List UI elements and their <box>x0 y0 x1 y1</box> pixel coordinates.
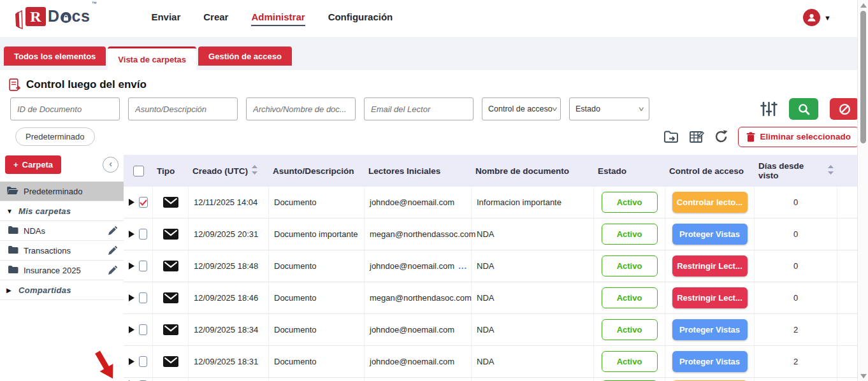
created-cell: 12/09/2025 18:31 <box>189 346 269 377</box>
move-to-folder-button[interactable] <box>663 130 679 144</box>
add-folder-button[interactable]: + Carpeta <box>5 155 61 174</box>
folder-icon <box>8 265 18 274</box>
caret-right-icon: ▶ <box>6 287 13 294</box>
user-avatar-icon <box>803 9 820 26</box>
filler-cell <box>837 378 857 381</box>
sort-icon[interactable] <box>252 165 257 175</box>
readers-cell: johndoe@noemail.com... <box>365 250 472 282</box>
tab-vista-de-carpetas[interactable]: Vista de carpetas <box>108 47 196 70</box>
clear-filters-button[interactable] <box>830 98 859 120</box>
collapse-sidebar-button[interactable]: ‹ <box>103 157 119 173</box>
row-expander[interactable] <box>129 231 134 238</box>
access-control-select[interactable]: Control de acceso ˅ <box>482 97 561 120</box>
caret-down-icon: ▼ <box>6 208 13 215</box>
row-checkbox[interactable] <box>139 356 147 367</box>
status-button[interactable]: Activo <box>602 224 658 245</box>
scroll-down-arrow-icon[interactable] <box>860 374 867 378</box>
status-button[interactable]: Activo <box>602 192 658 213</box>
status-button[interactable]: Activo <box>602 351 658 372</box>
chevron-down-icon: ˅ <box>638 105 644 113</box>
sidebar-group-compartidas[interactable]: ▶Compartidas <box>0 280 124 300</box>
row-expander[interactable] <box>129 262 134 270</box>
advanced-filters-button[interactable] <box>760 101 778 117</box>
header-label: Nombre de documento <box>475 166 569 176</box>
access-control-button[interactable]: Restringir Lect... <box>672 255 748 277</box>
subject-cell: Documento <box>269 187 365 218</box>
created-cell <box>189 378 269 381</box>
row-select-cell <box>124 314 153 345</box>
sort-toggle[interactable] <box>252 165 257 176</box>
sidebar-folder-insurance-2025[interactable]: Insurance 2025 <box>0 261 124 280</box>
row-expander[interactable] <box>129 326 134 333</box>
nav-item-configuración[interactable]: Configuración <box>328 11 393 26</box>
tab-todos-los-elementos[interactable]: Todos los elementos <box>4 47 106 66</box>
nav-item-crear[interactable]: Crear <box>203 11 228 26</box>
user-menu-button[interactable]: ▼ <box>803 9 831 26</box>
filter-chip-predeterminado[interactable]: Predeterminado <box>15 127 95 146</box>
row-checkbox[interactable] <box>139 292 147 303</box>
status-cell: Activo <box>594 187 665 218</box>
document-id-input[interactable] <box>10 97 120 120</box>
row-expand-icon <box>129 294 134 301</box>
nav-item-enviar[interactable]: Enviar <box>151 11 180 26</box>
filler-cell <box>837 314 857 345</box>
sidebar-folder-transactions[interactable]: Transactions <box>0 241 124 261</box>
reader-email: johndoe@noemail.com <box>370 198 454 207</box>
email-icon <box>163 261 178 271</box>
sidebar-folder-ndas[interactable]: NDAs <box>0 221 124 241</box>
reader-email-input[interactable] <box>364 97 474 120</box>
app-logo[interactable]: R Dcs ™ <box>15 7 96 30</box>
subject-description-input[interactable] <box>128 97 238 120</box>
refresh-button[interactable] <box>714 129 728 144</box>
row-expander[interactable] <box>129 199 134 206</box>
row-checkbox[interactable] <box>139 197 148 208</box>
row-select-cell <box>124 346 153 377</box>
scrollbar-thumb[interactable] <box>860 11 866 143</box>
header-label: Creado (UTC) <box>192 166 248 176</box>
sidebar-group-mis-carpetas[interactable]: ▼Mis carpetas <box>0 201 124 221</box>
row-checkbox[interactable] <box>139 324 147 335</box>
status-button[interactable]: Activo <box>602 287 658 308</box>
sort-icon[interactable] <box>828 165 834 175</box>
tab-gestión-de-acceso[interactable]: Gestión de acceso <box>198 47 292 66</box>
access-control-button[interactable]: Proteger Vistas <box>672 224 748 245</box>
access-control-button[interactable]: Proteger Vistas <box>672 319 748 340</box>
header-nombre-de-documento: Nombre de documento <box>472 155 594 187</box>
filler-cell <box>837 346 857 377</box>
sidebar-folder-predeterminado[interactable]: Predeterminado <box>0 182 124 201</box>
row-checkbox[interactable] <box>139 261 147 271</box>
scroll-up-arrow-icon[interactable] <box>860 3 867 8</box>
search-icon <box>798 103 810 115</box>
row-expander[interactable] <box>129 294 134 301</box>
file-doc-name-input[interactable] <box>246 97 356 120</box>
status-button[interactable]: Activo <box>602 255 658 277</box>
sort-toggle[interactable] <box>828 165 834 176</box>
logo-pages-icon <box>15 10 24 30</box>
status-cell: Activo <box>594 219 665 250</box>
access-cell <box>665 378 755 381</box>
days-since-view-cell: 0 <box>755 187 837 218</box>
access-control-button[interactable]: Restringir Lect... <box>672 287 748 308</box>
edit-folder-button[interactable] <box>108 246 117 255</box>
export-table-button[interactable] <box>689 130 704 144</box>
status-select[interactable]: Estado ˅ <box>569 97 649 120</box>
access-control-button[interactable]: Controlar lecto... <box>672 192 748 213</box>
ban-icon <box>839 103 851 115</box>
delete-selected-button[interactable]: Eliminar seleccionado <box>738 127 859 147</box>
header-creado-utc-: Creado (UTC) <box>189 155 269 187</box>
vertical-scrollbar[interactable] <box>857 0 868 381</box>
row-checkbox[interactable] <box>139 229 147 240</box>
row-expander[interactable] <box>129 358 134 365</box>
header-d-as-desde-visto: Días desde visto <box>755 155 837 187</box>
access-control-button[interactable]: Proteger Vistas <box>672 351 748 372</box>
edit-folder-button[interactable] <box>108 226 117 236</box>
search-button[interactable] <box>789 98 818 120</box>
select-all-checkbox[interactable] <box>133 166 144 176</box>
nav-item-administrar[interactable]: Administrar <box>251 11 305 26</box>
trash-icon <box>746 132 755 142</box>
top-navbar: R Dcs ™ EnviarCrearAdministrarConfigurac… <box>0 0 868 37</box>
status-button[interactable]: Activo <box>602 319 658 340</box>
row-expand-icon <box>129 326 134 333</box>
edit-folder-button[interactable] <box>108 266 117 275</box>
more-readers-link[interactable]: ... <box>458 261 467 271</box>
